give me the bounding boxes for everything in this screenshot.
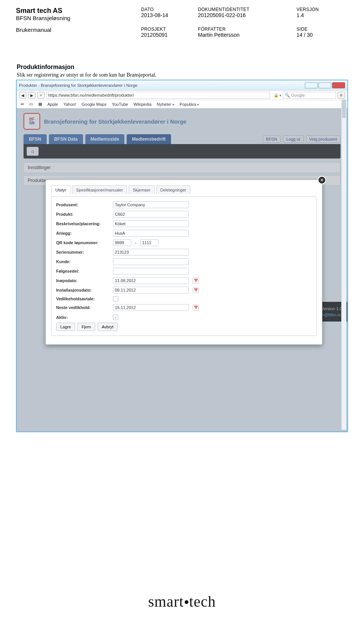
url-text: https://www.bfsn.no/medlemsbedrift/produ… xyxy=(48,93,134,97)
company-name: Smart tech AS xyxy=(16,7,141,15)
window-maximize-button[interactable] xyxy=(318,82,331,88)
kunde-input[interactable] xyxy=(113,258,189,265)
page-value: 14 / 30 xyxy=(297,32,342,38)
nav-forward-button[interactable]: ▶ xyxy=(28,92,36,99)
calendar-icon[interactable]: 📅 xyxy=(193,304,199,311)
page-label: SIDE xyxy=(297,27,342,32)
window-minimize-button[interactable] xyxy=(305,82,318,88)
search-placeholder: 🔍 Google xyxy=(285,93,305,98)
serie-input[interactable]: 213123 xyxy=(113,249,189,256)
inopsdato-label: Inøpsdato: xyxy=(56,278,109,283)
cancel-button[interactable]: Avbryt xyxy=(97,323,118,331)
beskrivelse-label: Beskrivelse/placering: xyxy=(56,221,109,226)
produsent-label: Produsent: xyxy=(56,202,109,207)
qr-input-2[interactable]: 1111 xyxy=(140,239,158,246)
search-field[interactable]: 🔍 Google xyxy=(283,92,336,99)
modal-tabs: Utstyr Spesifikasjoner/manualer Skjemaer… xyxy=(51,185,317,194)
scrollbar-thumb[interactable] xyxy=(342,100,346,118)
bookmarks-bar: ⇔ ▭ ▦ Apple Yahoo! Google Maps YouTube W… xyxy=(17,100,347,108)
bookmark-item[interactable]: Wikipedia xyxy=(133,102,152,107)
instdato-input[interactable]: 09.11.2012 xyxy=(113,287,189,293)
anlegg-input[interactable]: HusA xyxy=(113,230,189,237)
aktiv-label: Aktiv: xyxy=(56,315,109,320)
beskrivelse-input[interactable]: Köket xyxy=(113,220,189,227)
browser-toolbar: ◀ ▶ ＋ https://www.bfsn.no/medlemsbedrift… xyxy=(17,90,347,100)
footer-logo: smarttech xyxy=(0,593,364,610)
nav-back-button[interactable]: ◀ xyxy=(19,92,27,99)
inopsdato-input[interactable]: 11.08.2012 xyxy=(113,277,189,284)
folgesedel-input[interactable] xyxy=(113,268,189,275)
remove-button[interactable]: Fjern xyxy=(77,323,95,331)
window-titlebar: Produkter - Bransjeforening for Storkjøk… xyxy=(17,80,347,90)
author-value: Martin Pettersson xyxy=(198,32,297,38)
docid-label: DOKUMENTIDENTITET xyxy=(198,7,297,12)
bookmark-item[interactable]: Yahoo! xyxy=(63,102,76,107)
newtab-button[interactable]: ⎘ xyxy=(337,92,345,99)
window-title: Produkter - Bransjeforening for Storkjøk… xyxy=(19,83,305,88)
modal-tab-spesifikasjoner[interactable]: Spesifikasjoner/manualer xyxy=(72,185,127,194)
instdato-label: Installasjonsdato: xyxy=(56,288,109,292)
serie-label: Serienummer: xyxy=(56,250,109,254)
readinglist-icon[interactable]: ▭ xyxy=(29,102,33,107)
modal-tab-utstyr[interactable]: Utstyr xyxy=(51,185,71,194)
grid-icon[interactable]: ▦ xyxy=(38,102,42,107)
browser-scrollbar[interactable] xyxy=(341,99,347,430)
bookmark-item[interactable]: Apple xyxy=(47,102,58,107)
modal-tab-skjemaer[interactable]: Skjemaer xyxy=(129,185,154,194)
vedavtale-label: Vedlikeholdsavtale: xyxy=(56,297,109,301)
vedavtale-checkbox[interactable] xyxy=(113,296,118,301)
anlegg-label: Anlegg: xyxy=(56,231,109,235)
qr-input-1[interactable]: 9999 xyxy=(113,239,131,246)
sidebar-icon[interactable]: ⇔ xyxy=(20,102,24,107)
calendar-icon[interactable]: 📅 xyxy=(193,287,199,293)
produkt-label: Produkt: xyxy=(56,212,109,217)
nav-add-button[interactable]: ＋ xyxy=(37,92,45,99)
lock-icon: 🔒 ▾ xyxy=(274,93,281,97)
date-label: DATO xyxy=(141,7,198,12)
url-field[interactable]: https://www.bfsn.no/medlemsbedrift/produ… xyxy=(46,92,270,99)
aktiv-checkbox[interactable]: ✓ xyxy=(113,315,118,320)
project-value: 201205091 xyxy=(141,32,198,38)
nestevedl-label: Neste vedlikhold: xyxy=(56,305,109,310)
product-modal: ✕ Utstyr Spesifikasjoner/manualer Skjema… xyxy=(46,180,322,345)
section-body: Slik ser registrering av utstyr ut for d… xyxy=(17,72,347,78)
website-body: BF SN Bransjeforening for Storkjøkkenlev… xyxy=(17,108,347,432)
document-header: Smart tech AS BFSN Bransjeløsning DATO 2… xyxy=(0,0,364,41)
calendar-icon[interactable]: 📅 xyxy=(193,278,199,284)
modal-tab-deletegninger[interactable]: Deletegninger xyxy=(156,185,191,194)
produsent-input[interactable]: Taylor Company xyxy=(113,201,189,208)
modal-body: Produsent:Taylor Company Produkt:C602 Be… xyxy=(51,196,317,336)
section: Produktinformasjon Slik ser registrering… xyxy=(0,41,364,78)
dot-icon xyxy=(185,600,188,604)
qr-label: QR kode løpnummer: xyxy=(56,240,109,245)
version-value: 1.4 xyxy=(297,12,342,18)
screenshot-window: Produkter - Bransjeforening for Storkjøk… xyxy=(16,80,348,432)
nestevedl-input[interactable]: 15.11.2012 xyxy=(113,304,189,311)
produkt-input[interactable]: C602 xyxy=(113,211,189,218)
docid-value: 201205091-022-016 xyxy=(198,12,297,18)
bookmark-item[interactable]: Populära xyxy=(180,102,199,107)
bookmark-item[interactable]: Google Maps xyxy=(82,102,106,107)
kunde-label: Kunde: xyxy=(56,259,109,264)
project-label: PROSJEKT xyxy=(141,27,198,32)
version-label: VERSJON xyxy=(297,7,342,12)
section-title: Produktinformasjon xyxy=(17,64,347,71)
bookmark-item[interactable]: Nyheter xyxy=(157,102,174,107)
save-button[interactable]: Lagre xyxy=(56,323,75,331)
product-name: BFSN Bransjeløsning xyxy=(16,15,141,21)
bookmark-item[interactable]: YouTube xyxy=(112,102,128,107)
author-label: FÖRFATTER xyxy=(198,27,297,32)
window-close-button[interactable] xyxy=(332,82,345,88)
folgesedel-label: Følgesedel: xyxy=(56,269,109,273)
date-value: 2013-08-14 xyxy=(141,12,198,18)
manual-title: Brukermanual xyxy=(16,27,141,33)
modal-close-button[interactable]: ✕ xyxy=(318,176,326,184)
